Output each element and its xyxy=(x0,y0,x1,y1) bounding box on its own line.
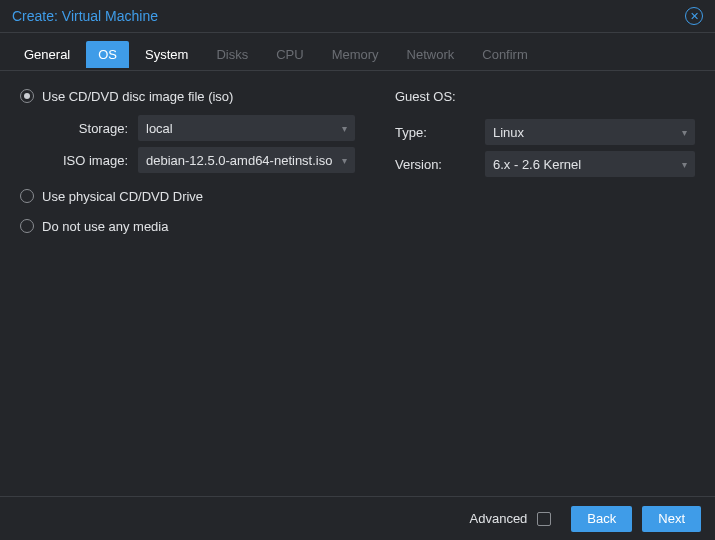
media-column: Use CD/DVD disc image file (iso) Storage… xyxy=(20,83,355,484)
tab-cpu: CPU xyxy=(264,41,315,68)
radio-use-iso[interactable]: Use CD/DVD disc image file (iso) xyxy=(20,83,355,109)
tab-disks: Disks xyxy=(204,41,260,68)
type-value: Linux xyxy=(493,125,524,140)
tab-network: Network xyxy=(395,41,467,68)
storage-value: local xyxy=(146,121,173,136)
back-button[interactable]: Back xyxy=(571,506,632,532)
storage-select[interactable]: local ▾ xyxy=(138,115,355,141)
radio-use-none[interactable]: Do not use any media xyxy=(20,213,355,239)
radio-icon xyxy=(20,219,34,233)
advanced-label: Advanced xyxy=(470,511,528,526)
advanced-checkbox[interactable] xyxy=(537,512,551,526)
radio-icon xyxy=(20,189,34,203)
radio-use-physical[interactable]: Use physical CD/DVD Drive xyxy=(20,183,355,209)
guest-os-header: Guest OS: xyxy=(395,83,695,109)
tab-confirm: Confirm xyxy=(470,41,540,68)
tab-os[interactable]: OS xyxy=(86,41,129,68)
iso-value: debian-12.5.0-amd64-netinst.iso xyxy=(146,153,332,168)
close-button[interactable]: ✕ xyxy=(685,7,703,25)
type-select[interactable]: Linux ▾ xyxy=(485,119,695,145)
tab-general[interactable]: General xyxy=(12,41,82,68)
version-value: 6.x - 2.6 Kernel xyxy=(493,157,581,172)
radio-use-physical-label: Use physical CD/DVD Drive xyxy=(42,189,203,204)
chevron-down-icon: ▾ xyxy=(682,127,687,138)
chevron-down-icon: ▾ xyxy=(682,159,687,170)
wizard-content: Use CD/DVD disc image file (iso) Storage… xyxy=(0,71,715,496)
titlebar: Create: Virtual Machine ✕ xyxy=(0,0,715,33)
storage-label: Storage: xyxy=(28,121,138,136)
version-label: Version: xyxy=(395,157,485,172)
create-vm-wizard: Create: Virtual Machine ✕ General OS Sys… xyxy=(0,0,715,540)
version-select[interactable]: 6.x - 2.6 Kernel ▾ xyxy=(485,151,695,177)
wizard-tabs: General OS System Disks CPU Memory Netwo… xyxy=(0,33,715,71)
type-field-row: Type: Linux ▾ xyxy=(395,117,695,147)
wizard-footer: Advanced Back Next xyxy=(0,496,715,540)
close-icon: ✕ xyxy=(690,11,699,22)
tab-system[interactable]: System xyxy=(133,41,200,68)
tab-memory: Memory xyxy=(320,41,391,68)
radio-icon xyxy=(20,89,34,103)
iso-field-row: ISO image: debian-12.5.0-amd64-netinst.i… xyxy=(28,145,355,175)
iso-select[interactable]: debian-12.5.0-amd64-netinst.iso ▾ xyxy=(138,147,355,173)
chevron-down-icon: ▾ xyxy=(342,123,347,134)
window-title: Create: Virtual Machine xyxy=(12,8,158,24)
radio-use-iso-label: Use CD/DVD disc image file (iso) xyxy=(42,89,233,104)
version-field-row: Version: 6.x - 2.6 Kernel ▾ xyxy=(395,149,695,179)
next-button[interactable]: Next xyxy=(642,506,701,532)
type-label: Type: xyxy=(395,125,485,140)
iso-label: ISO image: xyxy=(28,153,138,168)
guest-os-column: Guest OS: Type: Linux ▾ Version: 6.x - 2… xyxy=(395,83,695,484)
radio-use-none-label: Do not use any media xyxy=(42,219,168,234)
storage-field-row: Storage: local ▾ xyxy=(28,113,355,143)
iso-subfields: Storage: local ▾ ISO image: debian-12.5.… xyxy=(28,113,355,175)
chevron-down-icon: ▾ xyxy=(342,155,347,166)
